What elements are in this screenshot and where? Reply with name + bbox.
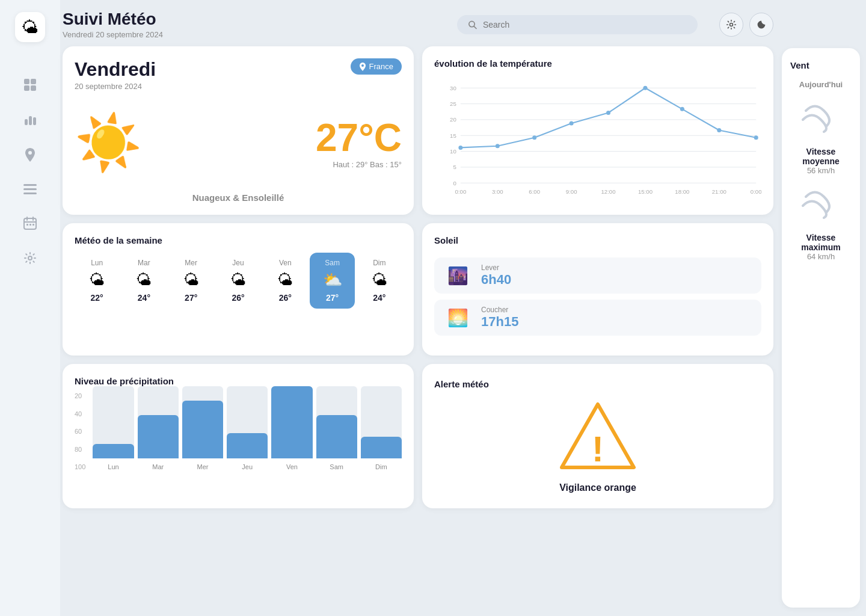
svg-point-21 — [730, 23, 733, 26]
precip-bar-bg — [271, 386, 312, 458]
svg-text:0: 0 — [453, 180, 456, 186]
precip-bar-group: Ven — [271, 386, 312, 470]
day-item[interactable]: Mar 🌤 24° — [121, 253, 166, 309]
darkmode-button[interactable] — [749, 13, 773, 37]
search-bar[interactable] — [457, 15, 698, 34]
svg-rect-17 — [32, 224, 34, 226]
svg-point-49 — [570, 122, 574, 126]
precip-y-label: 60 — [75, 428, 85, 435]
svg-point-48 — [532, 135, 536, 140]
week-card: Météo de la semaine Lun 🌤 22° Mar 🌤 24° … — [63, 223, 414, 356]
svg-point-53 — [717, 128, 721, 132]
day-temp: 26° — [279, 293, 292, 303]
vent-max-block: Vitesse maximum 64 km/h — [790, 233, 852, 261]
svg-rect-16 — [29, 224, 31, 226]
day-name: Mar — [138, 259, 150, 267]
temp-chart-card: évolution de la température 30 25 — [422, 46, 773, 215]
precip-bar-bg — [138, 386, 179, 458]
day-item[interactable]: Ven 🌤 26° — [263, 253, 307, 309]
main-content: Suivi Météo Vendredi 20 septembre 2024 — [60, 0, 782, 616]
svg-text:30: 30 — [450, 85, 456, 91]
precip-bar-fill — [361, 437, 402, 458]
vent-max-value: 64 km/h — [790, 252, 852, 261]
svg-point-51 — [643, 86, 647, 90]
day-item[interactable]: Lun 🌤 22° — [75, 253, 119, 309]
day-item[interactable]: Dim 🌤 24° — [357, 253, 402, 309]
wind-icon-1 — [800, 99, 842, 137]
location-icon — [359, 63, 366, 71]
day-temp: 26° — [232, 293, 244, 303]
vent-avg-label: Vitesse moyenne — [790, 147, 852, 166]
alerte-label: Vigilance orange — [559, 482, 636, 493]
header-title-block: Suivi Météo Vendredi 20 septembre 2024 — [63, 10, 163, 39]
location-badge[interactable]: France — [351, 58, 402, 75]
sidebar-item-grid[interactable] — [23, 78, 37, 91]
coucher-image: 🌅 — [443, 306, 473, 330]
content-grid: Vendredi 20 septembre 2024 France ☀️ 27°… — [63, 46, 773, 608]
precip-bar-fill — [271, 386, 312, 458]
day-temp: 24° — [373, 293, 385, 303]
svg-rect-6 — [33, 117, 36, 125]
day-item[interactable]: Sam ⛅ 27° — [310, 253, 354, 309]
svg-rect-3 — [31, 85, 36, 91]
sidebar-item-settings[interactable] — [23, 251, 37, 265]
svg-point-50 — [606, 111, 610, 115]
temp-chart-area: 30 25 20 15 10 5 0 0:00 3:00 6:00 9:00 1… — [434, 75, 761, 207]
temp-chart-svg: 30 25 20 15 10 5 0 0:00 3:00 6:00 9:00 1… — [434, 75, 761, 207]
svg-text:21:00: 21:00 — [712, 188, 726, 195]
week-title: Météo de la semaine — [75, 235, 402, 245]
sidebar-item-list[interactable] — [23, 184, 37, 195]
lever-image: 🌆 — [443, 263, 473, 288]
today-body: ☀️ 27°C Haut : 29° Bas : 15° — [75, 97, 402, 188]
svg-rect-5 — [29, 116, 32, 125]
precip-bar-label: Mar — [152, 463, 164, 470]
svg-text:0:00: 0:00 — [751, 188, 761, 195]
header-actions — [719, 13, 773, 37]
day-item[interactable]: Mer 🌤 27° — [169, 253, 213, 309]
sidebar-item-calendar[interactable] — [23, 217, 37, 230]
precip-bar-bg — [182, 386, 223, 458]
svg-point-46 — [458, 146, 462, 150]
svg-point-54 — [754, 135, 758, 140]
svg-point-52 — [680, 107, 684, 111]
week-days: Lun 🌤 22° Mar 🌤 24° Mer 🌤 27° Jeu 🌤 26° … — [75, 253, 402, 309]
sidebar-item-location[interactable] — [24, 148, 36, 162]
coucher-info: Coucher 17h15 — [481, 306, 518, 330]
soleil-card: Soleil 🌆 Lever 6h40 🌅 Coucher 17h15 — [422, 223, 773, 356]
precip-bar-label: Dim — [375, 463, 387, 470]
precip-card: Niveau de précipitation 10080604020 Lun … — [63, 364, 414, 508]
day-item[interactable]: Jeu 🌤 26° — [216, 253, 260, 309]
temp-chart-title: évolution de la température — [434, 58, 761, 69]
lever-label: Lever — [481, 263, 511, 272]
day-icon: 🌤 — [230, 271, 246, 289]
precip-bar-bg — [227, 386, 268, 458]
alerte-card: Alerte météo ! Vigilance orange — [422, 364, 773, 508]
precip-bar-group: Dim — [361, 386, 402, 470]
today-date: 20 septembre 2024 — [75, 82, 156, 91]
wind-icon-2 — [800, 185, 842, 223]
soleil-title: Soleil — [434, 235, 761, 245]
day-name: Jeu — [232, 259, 244, 267]
search-input[interactable] — [483, 20, 687, 29]
today-card: Vendredi 20 septembre 2024 France ☀️ 27°… — [63, 46, 414, 215]
precip-bars: Lun Mar Mer Jeu Ven Sam — [93, 392, 402, 470]
day-name: Dim — [373, 259, 385, 267]
high-value: 29° — [356, 160, 368, 169]
settings-button[interactable] — [719, 13, 743, 37]
sidebar-item-chart[interactable] — [23, 113, 37, 126]
precip-bar-fill — [182, 401, 223, 458]
app-title: Suivi Météo — [63, 10, 163, 29]
svg-text:0:00: 0:00 — [455, 188, 466, 195]
vent-max-label: Vitesse maximum — [790, 233, 852, 252]
day-icon: 🌤 — [372, 271, 387, 289]
day-name: Mer — [185, 259, 197, 267]
precip-chart-area: 10080604020 Lun Mar Mer Jeu — [75, 392, 402, 470]
svg-text:6:00: 6:00 — [529, 188, 540, 195]
svg-point-7 — [28, 151, 32, 155]
precip-bar-label: Lun — [108, 463, 118, 470]
alerte-title: Alerte météo — [434, 379, 489, 389]
day-temp: 22° — [91, 293, 103, 303]
svg-text:3:00: 3:00 — [492, 188, 503, 195]
svg-text:25: 25 — [450, 100, 456, 107]
svg-text:15:00: 15:00 — [638, 188, 653, 195]
